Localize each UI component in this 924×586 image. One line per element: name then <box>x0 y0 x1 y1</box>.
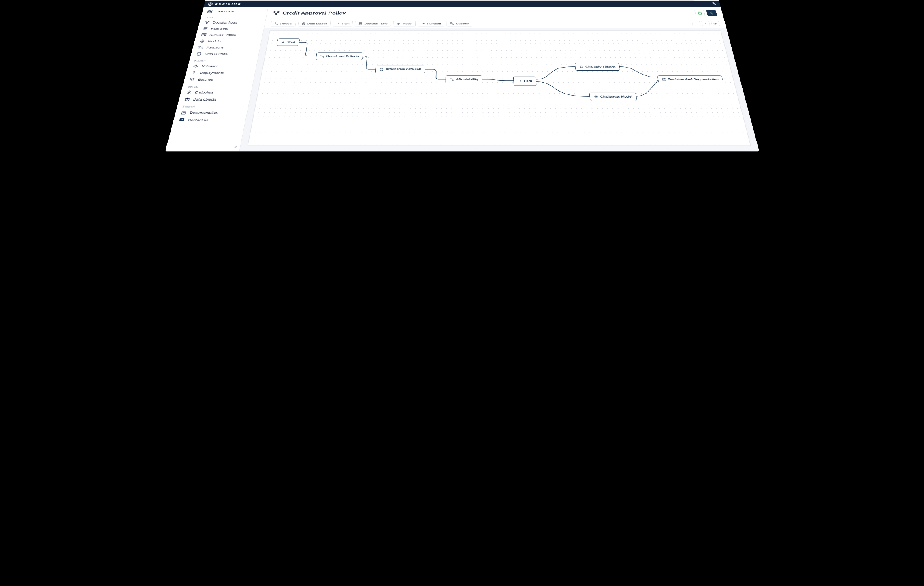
tool-subflow[interactable]: Subflow <box>446 21 472 26</box>
svg-point-0 <box>713 3 714 4</box>
function-icon: f(x) <box>197 45 204 49</box>
svg-point-33 <box>380 68 383 69</box>
svg-rect-30 <box>452 24 453 25</box>
tool-data-source[interactable]: Data Source <box>297 21 331 26</box>
flow-node-afford[interactable]: Affordability <box>445 75 482 83</box>
svg-point-14 <box>188 92 190 93</box>
svg-point-28 <box>398 23 399 24</box>
flow-node-decision[interactable]: Decision And Segmentation <box>657 75 723 83</box>
table-icon <box>358 22 363 25</box>
zoom-in-button[interactable]: + <box>701 21 710 26</box>
sidebar-item-functions[interactable]: f(x) Functions <box>192 44 260 51</box>
svg-point-23 <box>275 23 276 24</box>
node-label: Challenger Model <box>600 95 632 98</box>
svg-rect-21 <box>699 12 700 13</box>
batch-icon <box>189 77 196 81</box>
svg-point-9 <box>200 40 204 42</box>
sidebar-item-decision-tables[interactable]: Decision tables <box>195 32 263 38</box>
model-icon <box>593 95 598 98</box>
sidebar-item-label: Dashboard <box>215 10 235 13</box>
svg-rect-12 <box>190 78 193 80</box>
flow-canvas[interactable]: Start Knock-out Criteria Alternative dat… <box>247 30 751 146</box>
address-bar[interactable]: 🔒 <box>237 0 696 0</box>
datasource-icon <box>379 68 384 71</box>
sidebar-item-dashboard[interactable]: Dashboard <box>202 8 268 14</box>
sidebar-item-endpoints[interactable]: Endpoints <box>180 89 252 96</box>
sidebar-item-decision-flows[interactable]: Decision flows <box>198 19 265 26</box>
browser-window: Decisimo - Decision Intelligence × + ← →… <box>165 0 759 151</box>
flow-node-knockout[interactable]: Knock-out Criteria <box>316 52 363 60</box>
page-title: Credit Approval Policy <box>282 11 346 15</box>
ruleset-icon <box>274 22 279 25</box>
ruleset-icon <box>449 78 454 81</box>
flow-node-altdata[interactable]: Alternative data call <box>375 66 425 73</box>
flow-node-challenger[interactable]: Challenger Model <box>589 93 637 101</box>
fork-icon <box>517 79 522 83</box>
svg-point-27 <box>397 23 400 24</box>
tool-fork[interactable]: Fork <box>332 21 352 26</box>
svg-point-31 <box>320 55 322 56</box>
svg-point-32 <box>322 56 324 57</box>
main-content: Credit Approval Policy <box>239 7 759 152</box>
sidebar-item-releases[interactable]: Releases <box>187 63 256 69</box>
zoom-fit-button[interactable]: ⟳ <box>711 21 720 26</box>
svg-rect-3 <box>207 11 209 13</box>
brand-logo-icon <box>207 2 213 6</box>
svg-point-35 <box>452 80 453 81</box>
node-label: Decision And Segmentation <box>668 78 719 81</box>
function-icon: fx <box>421 22 425 25</box>
model-icon <box>396 22 401 25</box>
flow-icon <box>272 11 280 15</box>
tool-label: Function <box>427 22 441 25</box>
save-button[interactable] <box>694 10 705 16</box>
sidebar-item-label: Data sources <box>204 52 228 56</box>
node-label: Champion Model <box>585 65 615 68</box>
node-label: Alternative data call <box>385 68 421 71</box>
svg-point-36 <box>580 66 583 68</box>
tool-model[interactable]: Model <box>393 21 416 26</box>
tool-ruleset[interactable]: Ruleset <box>270 21 296 26</box>
collapse-sidebar-button[interactable]: « <box>234 145 237 149</box>
tool-label: Data Source <box>307 22 327 25</box>
svg-point-7 <box>206 23 207 24</box>
ruleset-icon <box>320 55 324 58</box>
sidebar-item-rule-sets[interactable]: Rule Sets <box>197 26 264 32</box>
svg-point-20 <box>275 14 277 15</box>
sidebar-item-models[interactable]: Models <box>194 38 262 44</box>
sidebar-item-data-objects[interactable]: Data objects <box>178 96 250 103</box>
sidebar-item-deployments[interactable]: Deployments <box>185 69 255 76</box>
svg-rect-1 <box>208 10 209 11</box>
subflow-icon <box>450 22 454 25</box>
tool-decision-table[interactable]: Decision Table <box>354 21 391 26</box>
model-icon <box>199 39 205 43</box>
sidebar-section-support: Support <box>176 103 249 109</box>
svg-rect-4 <box>210 11 211 13</box>
sidebar-section-setup: Set up <box>181 83 252 89</box>
svg-rect-8 <box>201 34 206 36</box>
tool-function[interactable]: fx Function <box>418 21 444 26</box>
sidebar-item-contact[interactable]: ? Contact us <box>173 116 246 124</box>
svg-rect-29 <box>450 23 452 24</box>
settings-button[interactable] <box>706 10 717 16</box>
svg-point-10 <box>201 41 203 41</box>
tool-label: Subflow <box>456 22 469 25</box>
svg-rect-2 <box>210 10 212 11</box>
flow-node-fork[interactable]: Fork <box>513 77 536 86</box>
sidebar-item-data-sources[interactable]: Data sources <box>190 51 259 57</box>
zoom-out-button[interactable]: - <box>691 21 700 26</box>
flow-node-champion[interactable]: Champion Model <box>574 63 620 71</box>
header-settings-button[interactable] <box>711 2 717 6</box>
sidebar-item-documentation[interactable]: Documentation <box>174 109 247 116</box>
tool-label: Decision Table <box>364 22 388 25</box>
sidebar-item-batches[interactable]: Batches <box>183 76 254 83</box>
toolbar: Ruleset Data Source Fork Decision T <box>264 19 726 28</box>
node-label: Affordability <box>456 78 478 81</box>
sidebar-item-label: Documentation <box>189 111 218 114</box>
page-header: Credit Approval Policy <box>266 7 724 19</box>
doc-icon <box>180 110 187 115</box>
flow-node-start[interactable]: Start <box>276 38 300 46</box>
contact-icon: ? <box>178 118 185 122</box>
flag-icon <box>281 41 286 44</box>
sidebar-item-label: Rule Sets <box>211 27 228 30</box>
fork-icon <box>336 22 340 25</box>
